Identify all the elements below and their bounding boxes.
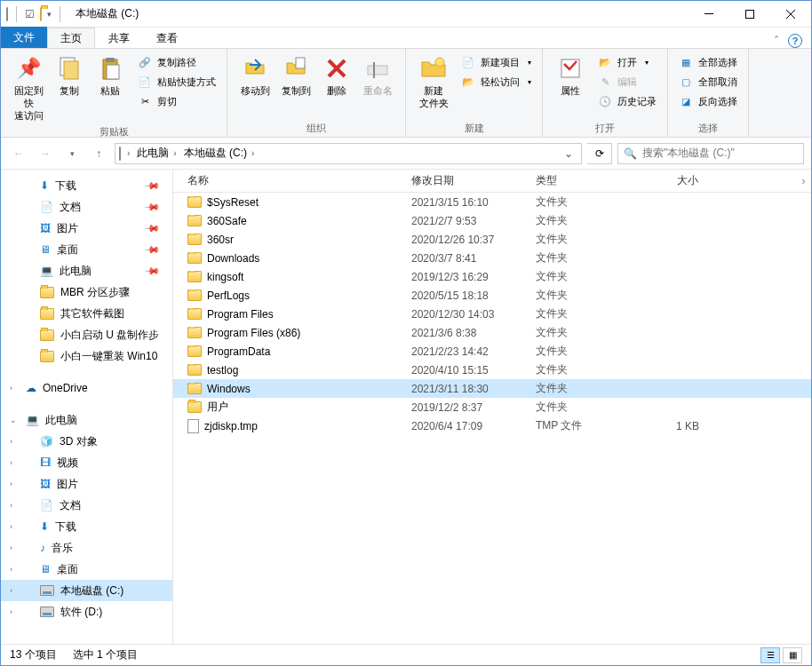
folder-icon — [40, 351, 54, 362]
file-row[interactable]: $SysReset2021/3/15 16:10文件夹 — [173, 193, 811, 211]
nav-documents[interactable]: 📄文档📌 — [1, 196, 172, 218]
recent-button[interactable]: ▾ — [61, 143, 83, 164]
nav-cdrive[interactable]: ›本地磁盘 (C:) — [1, 580, 172, 601]
file-row[interactable]: 360sr2020/12/26 10:37文件夹 — [173, 230, 811, 249]
nav-music[interactable]: ›♪音乐 — [1, 537, 172, 559]
file-name: 360sr — [207, 234, 234, 246]
nav-downloads[interactable]: ⬇下载📌 — [1, 175, 172, 196]
nav-onedrive[interactable]: ›☁OneDrive — [1, 377, 172, 399]
paste-button[interactable]: 粘贴 — [90, 52, 131, 99]
copy-path-button[interactable]: 🔗复制路径 — [134, 52, 219, 72]
details-view-button[interactable]: ☰ — [760, 647, 780, 663]
nav-pictures2[interactable]: ›🖼图片 — [1, 473, 172, 495]
expand-icon[interactable]: › — [10, 522, 12, 531]
column-scroll-icon[interactable]: › — [796, 170, 811, 193]
open-button[interactable]: 📂打开▾ — [594, 52, 660, 72]
address-box[interactable]: › 此电脑› 本地磁盘 (C:)› ⌄ — [115, 143, 582, 164]
delete-button[interactable]: 删除 — [316, 52, 357, 99]
file-row[interactable]: Downloads2020/3/7 8:41文件夹 — [173, 249, 811, 267]
help-icon[interactable]: ? — [788, 34, 802, 48]
copy-button[interactable]: 复制 — [49, 52, 90, 99]
properties-button[interactable]: 属性 — [550, 52, 591, 99]
refresh-button[interactable]: ⟳ — [587, 143, 612, 164]
tab-file[interactable]: 文件 — [1, 27, 47, 48]
organize-group-label: 组织 — [235, 120, 398, 135]
nav-xiaobai2[interactable]: 小白一键重装 Win10 — [1, 345, 172, 367]
folder-qat-icon[interactable] — [40, 8, 42, 20]
nav-documents2[interactable]: ›📄文档 — [1, 495, 172, 516]
forward-button[interactable]: → — [35, 143, 56, 164]
drive-qat-icon — [6, 8, 8, 20]
edit-icon: ✎ — [598, 75, 612, 89]
crumb-root[interactable]: › — [121, 144, 133, 163]
newfolder-button[interactable]: 新建 文件夹 — [413, 52, 454, 111]
copyto-button[interactable]: 复制到 — [275, 52, 316, 99]
crumb-thispc[interactable]: 此电脑› — [133, 144, 179, 163]
file-row[interactable]: ProgramData2021/2/23 14:42文件夹 — [173, 342, 811, 361]
nav-videos[interactable]: ›🎞视频 — [1, 452, 172, 473]
rename-button[interactable]: 重命名 — [357, 52, 398, 99]
paste-shortcut-button[interactable]: 📄粘贴快捷方式 — [134, 72, 219, 91]
nav-thispc2[interactable]: ⌄💻此电脑 — [1, 409, 172, 431]
nav-desktop[interactable]: 🖥桌面📌 — [1, 239, 172, 260]
tab-home[interactable]: 主页 — [47, 28, 95, 48]
file-row[interactable]: PerfLogs2020/5/15 18:18文件夹 — [173, 286, 811, 305]
nav-other[interactable]: 其它软件截图 — [1, 303, 172, 324]
expand-icon[interactable]: › — [10, 543, 12, 552]
nav-3dobjects[interactable]: ›🧊3D 对象 — [1, 431, 172, 452]
expand-icon[interactable]: › — [10, 607, 12, 616]
pin-button[interactable]: 📌固定到快 速访问 — [8, 52, 49, 123]
col-date[interactable]: 修改日期 — [402, 173, 527, 188]
qat-dropdown-icon[interactable]: ▾ — [47, 10, 52, 19]
tab-view[interactable]: 查看 — [143, 28, 191, 48]
expand-icon[interactable]: › — [10, 480, 12, 488]
expand-icon[interactable]: › — [10, 501, 12, 510]
nav-ddrive[interactable]: ›软件 (D:) — [1, 601, 172, 622]
collapse-ribbon-icon[interactable]: ˄ — [774, 35, 779, 47]
file-row[interactable]: zjdiskp.tmp2020/6/4 17:09TMP 文件1 KB — [173, 416, 811, 435]
file-row[interactable]: kingsoft2019/12/3 16:29文件夹 — [173, 267, 811, 286]
file-row[interactable]: 用户2019/12/2 8:37文件夹 — [173, 398, 811, 416]
maximize-button[interactable] — [729, 1, 770, 28]
col-name[interactable]: 名称 — [173, 173, 402, 188]
address-dropdown-icon[interactable]: ⌄ — [560, 147, 577, 160]
nav-desktop2[interactable]: ›🖥桌面 — [1, 559, 172, 580]
back-button[interactable]: ← — [8, 143, 29, 164]
minimize-button[interactable] — [689, 1, 729, 28]
properties-qat-icon[interactable]: ☑ — [25, 8, 35, 20]
expand-icon[interactable]: › — [10, 565, 12, 574]
tab-share[interactable]: 共享 — [95, 28, 143, 48]
file-row[interactable]: Program Files2020/12/30 14:03文件夹 — [173, 305, 811, 323]
selectall-button[interactable]: ▦全部选择 — [675, 52, 741, 72]
file-row[interactable]: Windows2021/3/11 18:30文件夹 — [173, 379, 811, 398]
expand-icon[interactable]: › — [10, 458, 12, 467]
file-row[interactable]: 360Safe2021/2/7 9:53文件夹 — [173, 211, 811, 230]
cut-button[interactable]: ✂剪切 — [134, 91, 219, 111]
expand-icon[interactable]: › — [10, 384, 12, 392]
file-row[interactable]: Program Files (x86)2021/3/6 8:38文件夹 — [173, 323, 811, 342]
history-button[interactable]: 🕓历史记录 — [594, 91, 660, 111]
expand-icon[interactable]: ⌄ — [10, 416, 17, 424]
invertsel-button[interactable]: ◪反向选择 — [675, 91, 741, 111]
col-size[interactable]: 大小 — [637, 173, 708, 188]
crumb-drive[interactable]: 本地磁盘 (C:)› — [180, 144, 259, 163]
selectnone-button[interactable]: ▢全部取消 — [675, 72, 741, 91]
file-row[interactable]: testlog2020/4/10 15:15文件夹 — [173, 361, 811, 379]
up-button[interactable]: ↑ — [88, 143, 109, 164]
close-button[interactable] — [770, 1, 811, 28]
nav-thispc[interactable]: 💻此电脑📌 — [1, 260, 172, 281]
icons-view-button[interactable]: ▦ — [783, 647, 802, 663]
expand-icon[interactable]: › — [10, 586, 12, 595]
col-type[interactable]: 类型 — [527, 173, 637, 188]
nav-mbr[interactable]: MBR 分区步骤 — [1, 281, 172, 303]
easyaccess-button[interactable]: 📂轻松访问▾ — [458, 72, 535, 91]
expand-icon[interactable]: › — [10, 437, 12, 446]
nav-pictures[interactable]: 🖼图片📌 — [1, 218, 172, 239]
pictures-icon: 🖼 — [40, 478, 51, 490]
search-input[interactable]: 🔍搜索"本地磁盘 (C:)" — [617, 143, 804, 164]
edit-button[interactable]: ✎编辑 — [594, 72, 660, 91]
newitem-button[interactable]: 📄新建项目▾ — [458, 52, 535, 72]
moveto-button[interactable]: 移动到 — [235, 52, 275, 99]
nav-downloads2[interactable]: ›⬇下载 — [1, 516, 172, 537]
nav-xiaobai1[interactable]: 小白启动 U 盘制作步 — [1, 324, 172, 345]
